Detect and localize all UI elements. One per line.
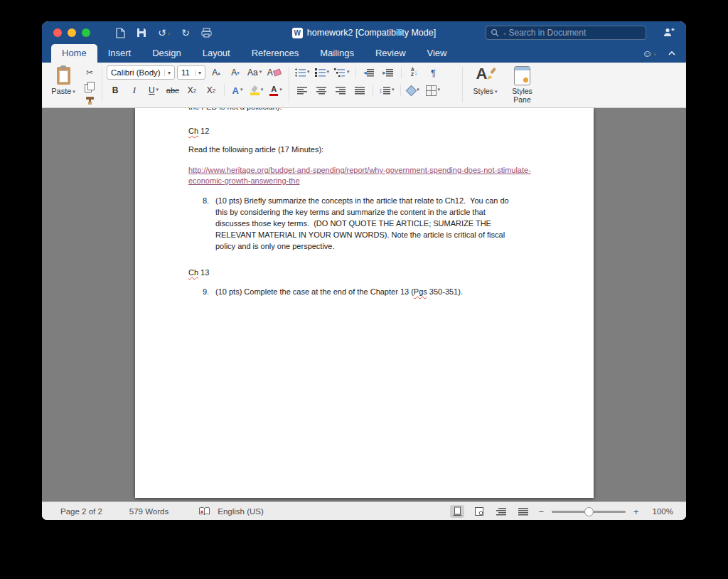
paste-clipboard-icon [57,67,70,85]
web-layout-view-button[interactable] [472,505,486,518]
feedback-smiley-icon[interactable]: ☺ [642,48,656,59]
article-hyperlink-line2[interactable]: economic-growth-answering-the [188,176,567,186]
language-indicator[interactable]: English (US) [218,507,264,516]
paragraph-group: ◂ ▸ AZ↓ ¶ ↕ [294,65,442,107]
tab-references[interactable]: References [241,44,309,63]
subscript-button[interactable]: X2 [183,83,200,97]
tab-layout[interactable]: Layout [192,44,241,63]
borders-button[interactable] [424,83,442,97]
styles-pane-button[interactable]: StylesPane [504,65,541,107]
word-count[interactable]: 579 Words [129,507,168,516]
bold-button[interactable]: B [107,83,124,97]
paste-button[interactable]: Paste [48,65,79,107]
clipped-paragraph: the FED is not a politician). [188,108,567,112]
clipboard-group: Paste ✂ [48,65,97,107]
print-icon[interactable] [201,28,212,38]
new-document-icon[interactable] [116,28,125,38]
minimize-window-button[interactable] [68,28,76,37]
cut-button[interactable]: ✂ [82,66,97,78]
spellcheck-status-icon[interactable] [198,506,210,517]
font-group: Calibri (Body) 11 A▴ A▾ Aa A B I U abe X… [107,65,284,107]
increase-indent-button[interactable]: ▸ [380,65,397,80]
page-indicator[interactable]: Page 2 of 2 [60,507,102,516]
line-spacing-lines-icon [383,87,390,95]
ch13-heading: Ch 13 [188,267,567,277]
align-right-button[interactable] [332,83,349,97]
paste-dropdown-arrow-icon[interactable] [71,87,75,95]
shrink-font-arrow-icon: ▾ [237,70,240,75]
zoom-slider-thumb[interactable] [584,507,594,516]
list-number: 8. [203,195,215,252]
outline-view-button[interactable] [494,505,508,518]
font-size-combobox[interactable]: 11 [177,65,205,80]
grow-font-arrow-icon: ▴ [218,70,220,75]
italic-button[interactable]: I [126,83,143,97]
bullet-list-icon [295,68,306,77]
grow-font-button[interactable]: A▴ [208,65,225,80]
font-color-button[interactable]: A [267,83,284,97]
copy-button[interactable] [82,80,97,92]
format-painter-button[interactable] [82,95,97,107]
traffic-lights [53,28,90,37]
styles-icon: A [475,66,496,85]
ribbon: Paste ✂ Calibri (Body) 11 A▴ A▾ Aa A B [42,63,686,108]
redo-icon[interactable]: ↻ [181,28,190,38]
zoom-level[interactable]: 100% [653,507,673,516]
print-layout-icon [453,506,462,516]
shrink-font-button[interactable]: A▾ [227,65,244,80]
zoom-window-button[interactable] [82,28,90,37]
zoom-in-button[interactable]: + [633,506,639,517]
save-icon[interactable] [136,28,146,38]
list-number: 9. [203,286,215,297]
underline-button[interactable]: U [145,83,162,97]
tab-insert[interactable]: Insert [97,44,142,63]
multilevel-list-button[interactable] [333,65,351,80]
line-spacing-arrows-icon: ↕ [379,87,382,95]
close-window-button[interactable] [53,28,62,37]
tab-home[interactable]: Home [51,44,97,63]
decrease-indent-button[interactable]: ◂ [360,65,378,80]
tab-view[interactable]: View [417,44,458,63]
align-left-button[interactable] [294,83,311,97]
search-input[interactable]: Search in Document [486,26,646,40]
document-page[interactable]: the FED is not a politician). Ch 12 Read… [135,108,594,498]
sort-button[interactable]: AZ↓ [406,65,423,80]
ch12-heading: Ch 12 [188,126,567,136]
print-layout-view-button[interactable] [450,505,464,518]
zoom-out-button[interactable]: − [538,506,544,517]
share-icon[interactable] [663,27,675,41]
paste-label: Paste [51,87,71,95]
show-paragraph-marks-button[interactable]: ¶ [425,65,442,80]
tab-design[interactable]: Design [141,44,191,63]
styles-pane-icon [514,66,530,85]
superscript-button[interactable]: X2 [203,83,220,97]
collapse-ribbon-icon[interactable] [668,51,676,56]
draft-view-button[interactable] [516,505,530,518]
tab-mailings[interactable]: Mailings [309,44,365,63]
tab-review[interactable]: Review [365,44,417,63]
shading-button[interactable] [405,83,422,97]
styles-button[interactable]: A Styles [467,65,504,107]
copy-icon [85,82,95,92]
undo-dropdown-arrow-icon[interactable] [166,28,171,38]
align-left-icon [297,87,307,95]
undo-button[interactable]: ↺ [158,28,170,38]
change-case-button[interactable]: Aa [246,65,263,80]
ribbon-tab-bar: Home Insert Design Layout References Mai… [42,44,686,63]
zoom-slider[interactable] [552,511,626,513]
justify-button[interactable] [351,83,368,97]
search-scope-arrow-icon[interactable] [502,26,506,39]
article-hyperlink-line1[interactable]: http://www.heritage.org/budget-and-spend… [188,165,567,175]
font-name-combobox[interactable]: Calibri (Body) [107,65,175,80]
align-center-button[interactable] [313,83,330,97]
list-item-text: (10 pts) Briefly summarize the concepts … [215,195,517,252]
numbering-button[interactable] [314,65,331,80]
clear-formatting-button[interactable]: A [265,65,282,80]
highlight-color-button[interactable] [248,83,265,97]
justify-icon [355,87,365,95]
text-effects-button[interactable]: A [229,83,246,97]
styles-dropdown-arrow-icon[interactable] [493,87,498,95]
line-spacing-button[interactable]: ↕ [378,83,396,97]
bullets-button[interactable] [294,65,311,80]
strikethrough-button[interactable]: abe [164,83,181,97]
